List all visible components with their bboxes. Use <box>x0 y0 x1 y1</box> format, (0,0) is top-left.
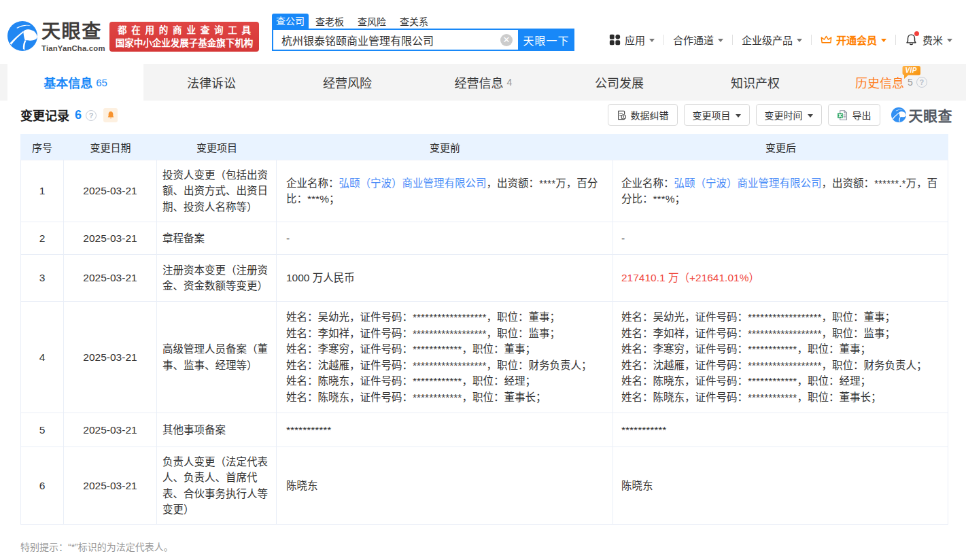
chevron-down-icon <box>797 39 802 42</box>
table-row: 4 2025-03-21 高级管理人员备案（董事、监事、经理等） 姓名：吴幼光，… <box>20 302 948 413</box>
chevron-down-icon <box>881 39 886 42</box>
footnote: 特别提示：“*”标识的为法定代表人。 <box>20 540 173 553</box>
nav-tabbar: 基本信息 65 法律诉讼 经营风险 经营信息 4 公司发展 知识产权 VIP <box>0 64 966 101</box>
excel-icon <box>837 109 848 121</box>
section-title: 变更记录 <box>20 106 69 124</box>
search-input[interactable]: 杭州银泰铭颐商业管理有限公司 ✕ <box>272 29 518 51</box>
promo-line-1: 都在用的商业查询工具 <box>109 24 259 37</box>
table-header: 序号 变更日期 变更项目 变更前 变更后 <box>20 134 948 160</box>
col-header-date: 变更日期 <box>64 134 157 160</box>
capital-increase-value: 217410.1 万（+21641.01%） <box>613 255 948 302</box>
table-row: 2 2025-03-21 章程备案 - - <box>20 222 948 255</box>
col-header-item: 变更项目 <box>157 134 277 160</box>
search-tab-risk[interactable]: 查风险 <box>358 14 386 28</box>
top-menu: 应用 合作通道 企业级产品 开通会员 <box>609 30 952 49</box>
company-link[interactable]: 弘颐（宁波）商业管理有限公司 <box>674 177 822 189</box>
tianyancha-swirl-icon <box>891 107 906 122</box>
search-input-value: 杭州银泰铭颐商业管理有限公司 <box>281 32 500 48</box>
search-button[interactable]: 天眼一下 <box>518 29 574 51</box>
chevron-down-icon <box>808 114 813 118</box>
tab-basic-info[interactable]: 基本信息 65 <box>7 64 143 101</box>
tianyancha-logo[interactable]: 天眼查 TianYanCha.com <box>7 21 105 52</box>
company-link[interactable]: 弘颐（宁波）商业管理有限公司 <box>339 177 487 189</box>
menu-vip[interactable]: 开通会员 <box>821 33 886 47</box>
tab-intellectual-property[interactable]: 知识产权 <box>687 64 823 101</box>
menu-notifications[interactable]: 费米 <box>905 33 952 47</box>
col-header-after: 变更后 <box>613 134 948 160</box>
col-header-no: 序号 <box>20 134 64 160</box>
search-tab-company[interactable]: 查公司 <box>272 14 309 29</box>
clear-search-icon[interactable]: ✕ <box>500 34 513 46</box>
table-row: 1 2025-03-21 投资人变更（包括出资额、出资方式、出资日期、投资人名称… <box>20 160 948 222</box>
table-row: 3 2025-03-21 注册资本变更（注册资金、资金数额等变更） 1000 万… <box>20 255 948 302</box>
tab-operation-risk[interactable]: 经营风险 <box>279 64 415 101</box>
section-count: 6 <box>75 108 82 122</box>
svg-text:VIP: VIP <box>905 67 917 74</box>
notification-dot <box>914 31 919 36</box>
logo-domain: TianYanCha.com <box>41 44 105 52</box>
table-row: 5 2025-03-21 其他事项备案 *********** ********… <box>20 413 948 447</box>
document-correction-icon <box>617 110 627 120</box>
menu-cooperation[interactable]: 合作通道 <box>673 33 723 47</box>
change-records-table: 序号 变更日期 变更项目 变更前 变更后 1 2025-03-21 投资人变更（… <box>20 134 948 525</box>
table-row: 6 2025-03-21 负责人变更（法定代表人、负责人、首席代表、合伙事务执行… <box>20 447 948 525</box>
crown-icon <box>821 35 832 45</box>
logo-title: 天眼查 <box>41 22 105 42</box>
tianyancha-swirl-icon <box>7 21 37 51</box>
vip-badge: VIP <box>902 66 920 80</box>
section-header: 变更记录 6 ? 数据纠错 变更项目 变更时间 <box>20 103 952 126</box>
search-bar: 杭州银泰铭颐商业管理有限公司 ✕ 天眼一下 <box>272 29 574 51</box>
change-time-filter[interactable]: 变更时间 <box>756 104 822 126</box>
menu-enterprise[interactable]: 企业级产品 <box>742 33 802 47</box>
bell-icon <box>905 33 918 46</box>
search-tab-boss[interactable]: 查老板 <box>315 14 344 28</box>
watermark-title: 天眼查 <box>909 105 953 125</box>
chevron-down-icon <box>736 114 741 118</box>
promo-line-2: 国家中小企业发展子基金旗下机构 <box>109 37 259 50</box>
tab-company-development[interactable]: 公司发展 <box>551 64 687 101</box>
chevron-down-icon <box>718 39 723 42</box>
promo-banner: 都在用的商业查询工具 国家中小企业发展子基金旗下机构 <box>109 22 259 52</box>
change-item-filter[interactable]: 变更项目 <box>684 104 750 126</box>
apps-grid-icon <box>609 34 621 46</box>
menu-apps[interactable]: 应用 <box>609 33 655 47</box>
bell-icon <box>107 111 115 120</box>
chevron-down-icon <box>947 39 952 42</box>
tab-legal[interactable]: 法律诉讼 <box>143 64 279 101</box>
help-icon[interactable]: ? <box>86 110 97 121</box>
subscribe-bell-button[interactable] <box>103 108 118 122</box>
data-correction-button[interactable]: 数据纠错 <box>608 104 678 126</box>
col-header-before: 变更前 <box>277 134 613 160</box>
chevron-down-icon <box>649 39 655 42</box>
search-tabs: 查公司 查老板 查风险 查关系 <box>272 14 442 29</box>
tab-history-info[interactable]: VIP 历史信息 5 ? <box>823 64 959 101</box>
tianyancha-watermark: 天眼查 <box>891 105 953 125</box>
search-tab-relation[interactable]: 查关系 <box>400 14 428 28</box>
export-button[interactable]: 导出 <box>828 104 880 126</box>
tab-operation-info[interactable]: 经营信息 4 <box>415 64 551 101</box>
page: 天眼查 TianYanCha.com 都在用的商业查询工具 国家中小企业发展子基… <box>0 0 966 560</box>
